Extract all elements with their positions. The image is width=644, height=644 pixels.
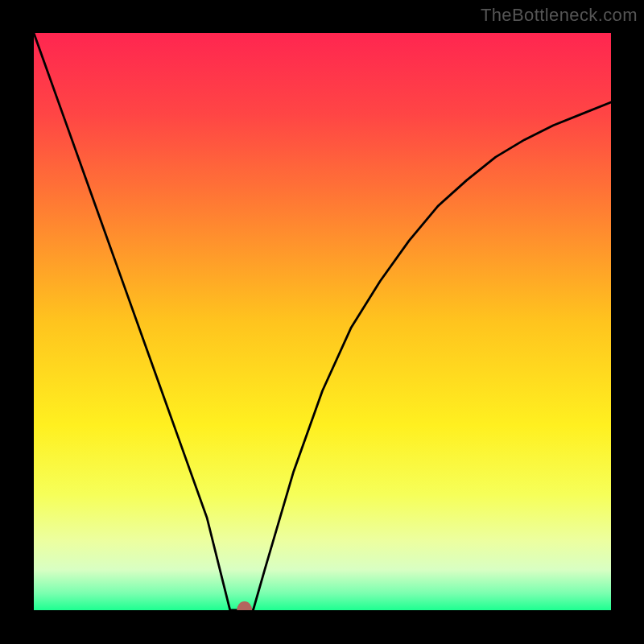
watermark-text: TheBottleneck.com <box>481 5 638 26</box>
bottleneck-chart <box>34 33 611 610</box>
plot-area <box>34 33 611 610</box>
chart-frame: TheBottleneck.com <box>0 0 644 644</box>
gradient-background <box>34 33 611 610</box>
